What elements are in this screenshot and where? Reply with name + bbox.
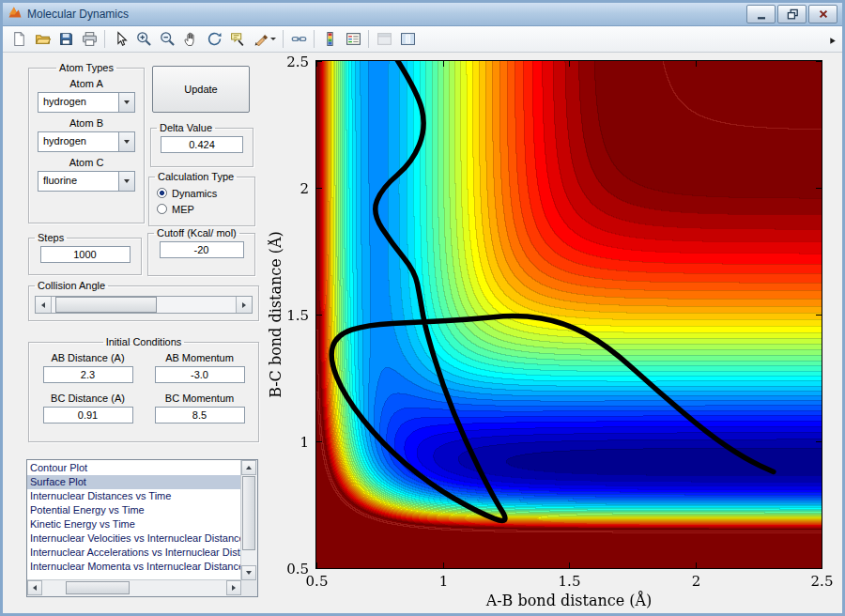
- brush-data-button[interactable]: [250, 28, 279, 50]
- radio-dynamics[interactable]: Dynamics: [157, 185, 247, 201]
- list-item[interactable]: Internuclear Distances vs Time: [27, 489, 241, 503]
- toolbar-separator: [283, 30, 284, 48]
- zoom-out-icon: [160, 31, 176, 47]
- zoom-out-button[interactable]: [156, 28, 178, 50]
- chevron-down-icon: [124, 140, 130, 144]
- atom-a-label: Atom A: [29, 78, 144, 89]
- cutoff-input[interactable]: [160, 241, 244, 258]
- initial-conditions-panel: Initial Conditions AB Distance (A) AB Mo…: [28, 336, 259, 442]
- close-button[interactable]: [808, 5, 837, 23]
- plot-canvas[interactable]: [268, 54, 842, 609]
- atom-c-value: fluorine: [38, 172, 118, 191]
- combo-arrow-button[interactable]: [118, 132, 134, 151]
- combo-arrow-button[interactable]: [118, 93, 134, 112]
- dropdown-arrow-icon: [270, 38, 276, 40]
- scroll-right-button[interactable]: [226, 580, 241, 595]
- steps-input[interactable]: [40, 246, 131, 263]
- atom-b-value: hydrogen: [38, 132, 118, 151]
- arrow-left-icon: [41, 302, 45, 308]
- collision-angle-title: Collision Angle: [35, 280, 108, 291]
- insert-colorbar-button[interactable]: [318, 28, 341, 50]
- print-figure-button[interactable]: [78, 28, 100, 50]
- delta-value-title: Delta Value: [157, 122, 215, 133]
- zoom-in-icon: [136, 31, 152, 47]
- slider-track[interactable]: [52, 297, 236, 313]
- link-plot-icon: [291, 31, 307, 47]
- show-plot-tools-dock-button[interactable]: [396, 28, 419, 50]
- data-cursor-icon: [230, 31, 246, 47]
- figure-content: Atom Types Atom A hydrogen Atom B hydrog…: [3, 53, 842, 616]
- data-cursor-button[interactable]: [226, 28, 249, 50]
- calculation-type-panel: Calculation Type DynamicsMEP: [148, 171, 255, 226]
- pan-icon: [183, 31, 199, 47]
- restore-button[interactable]: [777, 5, 807, 23]
- scroll-left-button[interactable]: [27, 580, 42, 595]
- hide-plot-tools-button[interactable]: [373, 28, 395, 50]
- slider-thumb[interactable]: [55, 297, 157, 313]
- save-figure-button[interactable]: [54, 28, 77, 50]
- rotate-3d-button[interactable]: [203, 28, 225, 50]
- atom-c-select[interactable]: fluorine: [38, 171, 135, 192]
- chevron-down-icon: [124, 100, 130, 104]
- edit-plot-icon: [113, 31, 129, 47]
- list-item[interactable]: Internuclear Velocities vs Internuclear …: [27, 531, 241, 546]
- zoom-in-button[interactable]: [132, 28, 155, 50]
- app-window: Molecular Dynamics Atom Types Atom A hyd…: [0, 0, 845, 616]
- collision-angle-slider[interactable]: [35, 296, 253, 314]
- atom-a-select[interactable]: hydrogen: [38, 92, 135, 113]
- plot-type-listbox: Contour PlotSurface PlotInternuclear Dis…: [26, 459, 258, 597]
- slider-left-arrow[interactable]: [36, 297, 52, 313]
- brush-data-icon: [254, 31, 269, 47]
- scrollbar-corner: [241, 580, 257, 596]
- toolbar-separator: [314, 30, 315, 48]
- vertical-scrollbar[interactable]: [240, 460, 257, 580]
- toolbar-separator: [104, 30, 105, 48]
- save-figure-icon: [58, 31, 74, 47]
- toolbar: [3, 26, 842, 53]
- ab-momentum-input[interactable]: [155, 366, 245, 383]
- initial-conditions-title: Initial Conditions: [103, 336, 185, 347]
- bc-momentum-label: BC Momentum: [146, 393, 253, 404]
- delta-value-panel: Delta Value: [150, 122, 254, 167]
- bc-distance-input[interactable]: [43, 407, 133, 424]
- horizontal-scroll-thumb[interactable]: [66, 581, 130, 594]
- list-item[interactable]: Surface Plot: [27, 475, 241, 489]
- toolbar-overflow-arrow[interactable]: [828, 33, 838, 50]
- new-figure-button[interactable]: [8, 28, 30, 50]
- list-item[interactable]: Internuclear Momenta vs Internuclear Dis…: [27, 560, 241, 574]
- radio-mep[interactable]: MEP: [157, 201, 247, 217]
- list-item[interactable]: Internuclear Accelerations vs Internucle…: [27, 546, 241, 560]
- scroll-up-button[interactable]: [241, 460, 256, 475]
- window-title: Molecular Dynamics: [27, 8, 742, 21]
- minimize-button[interactable]: [746, 5, 776, 23]
- pan-button[interactable]: [179, 28, 202, 50]
- plot-type-items: Contour PlotSurface PlotInternuclear Dis…: [27, 460, 241, 580]
- insert-legend-button[interactable]: [342, 28, 364, 50]
- arrow-left-icon: [33, 585, 37, 591]
- open-file-icon: [35, 31, 51, 47]
- edit-plot-button[interactable]: [109, 28, 131, 50]
- ab-distance-input[interactable]: [43, 366, 133, 383]
- horizontal-scrollbar[interactable]: [27, 579, 241, 596]
- atom-types-panel: Atom Types Atom A hydrogen Atom B hydrog…: [28, 62, 145, 223]
- titlebar[interactable]: Molecular Dynamics: [3, 3, 842, 26]
- list-item[interactable]: Kinetic Energy vs Time: [27, 517, 241, 531]
- slider-right-arrow[interactable]: [236, 297, 252, 313]
- scroll-down-button[interactable]: [241, 565, 256, 580]
- arrow-right-icon: [242, 302, 246, 308]
- atom-a-value: hydrogen: [38, 93, 118, 112]
- list-item[interactable]: Contour Plot: [27, 461, 241, 475]
- open-file-button[interactable]: [31, 28, 54, 50]
- hide-plot-tools-icon: [376, 31, 392, 47]
- list-item[interactable]: Potential Energy vs Time: [27, 503, 241, 517]
- update-button[interactable]: Update: [152, 66, 250, 113]
- close-icon: [817, 8, 830, 21]
- link-plot-button[interactable]: [287, 28, 310, 50]
- vertical-scroll-thumb[interactable]: [242, 476, 255, 550]
- combo-arrow-button[interactable]: [118, 172, 134, 191]
- bc-momentum-input[interactable]: [155, 407, 245, 424]
- radio-label: MEP: [172, 204, 194, 215]
- atom-b-select[interactable]: hydrogen: [38, 131, 135, 152]
- chart-area: [268, 54, 842, 609]
- delta-value-input[interactable]: [161, 136, 243, 153]
